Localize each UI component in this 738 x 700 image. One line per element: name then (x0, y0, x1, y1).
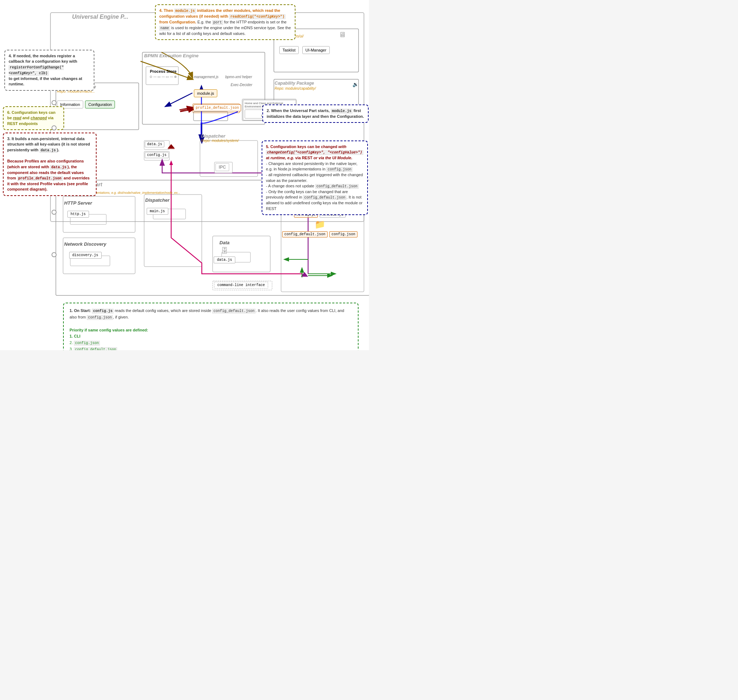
capability-package-title: Capability Package (275, 81, 314, 86)
data-js-universal: data.js (145, 141, 164, 147)
config-json-system: config.json (329, 231, 358, 237)
callout-3: 3. It builds a non-persistent, internal … (3, 132, 97, 196)
bpmn-engine-title: BPMN Execution Engine (144, 53, 199, 58)
monitor-icon: 🖥 (339, 31, 346, 39)
svg-marker-30 (301, 272, 308, 277)
callout-4b: 4. Then module.js initializes the other … (155, 4, 296, 40)
diagram-container: Universal Engine P... 🖥 ...package Repo:… (0, 0, 369, 350)
svg-rect-20 (200, 141, 258, 176)
svg-line-25 (180, 109, 193, 112)
universal-engine-title: Universal Engine P... (72, 14, 128, 20)
callout-2: 2. When the Universal Part starts, modul… (262, 104, 369, 123)
connector-circle-1 (52, 100, 57, 105)
svg-rect-8 (193, 112, 228, 121)
callout-5: 5. Configuration keys can be changed wit… (262, 141, 368, 215)
callout-4a: 4. If needed, the modules register a cal… (4, 50, 94, 91)
module-js-box: module.js (194, 89, 217, 97)
svg-marker-28 (168, 144, 175, 149)
process-store-box: Process Store ⊙ — ▭ — ▭ — ⊗ (147, 68, 180, 78)
svg-marker-29 (168, 145, 175, 149)
cli-box: command-line interface (214, 282, 268, 288)
dispatcher-universal-area: Dispatcher Repo: modules/system/ (201, 133, 239, 143)
bpmn-xml-helper: bpmn-xml helper (225, 75, 252, 79)
ipc-label: IPC (215, 163, 229, 171)
ui-manager-label: UI-Manager (302, 46, 330, 54)
management-js: management.js (194, 75, 218, 79)
http-server-box: HTTP Server http.js (64, 197, 92, 218)
config-default-json-system: config_default.json (282, 231, 327, 237)
svg-line-24 (166, 93, 192, 106)
exec-decider: Exec-Decider (231, 83, 252, 87)
config-js-universal: config.js (145, 152, 169, 158)
connector-circle-3 (52, 210, 57, 215)
machine-package-buttons: Information Configuration (57, 100, 115, 109)
configuration-button[interactable]: Configuration (85, 100, 115, 109)
speaker-icon: 🔉 (352, 81, 359, 87)
callout-1: 1. On Start: config.js reads the default… (63, 303, 359, 350)
network-discovery-box: Network Discovery discovery.js (64, 238, 106, 259)
capability-package-repo: Repo: modules/capability/ (275, 87, 316, 90)
connector-circle-2 (52, 125, 57, 131)
tasklist-label: Tasklist (279, 46, 299, 54)
dispatcher-native-area: Dispatcher main.js (145, 194, 169, 215)
tasklist-box: Tasklist UI-Manager (279, 46, 330, 54)
data-section-box: Data 🗄 data.js (214, 237, 235, 263)
profile-default-json: profile_default.json (193, 104, 241, 111)
connector-circle-4 (52, 252, 57, 257)
svg-marker-27 (169, 160, 173, 165)
